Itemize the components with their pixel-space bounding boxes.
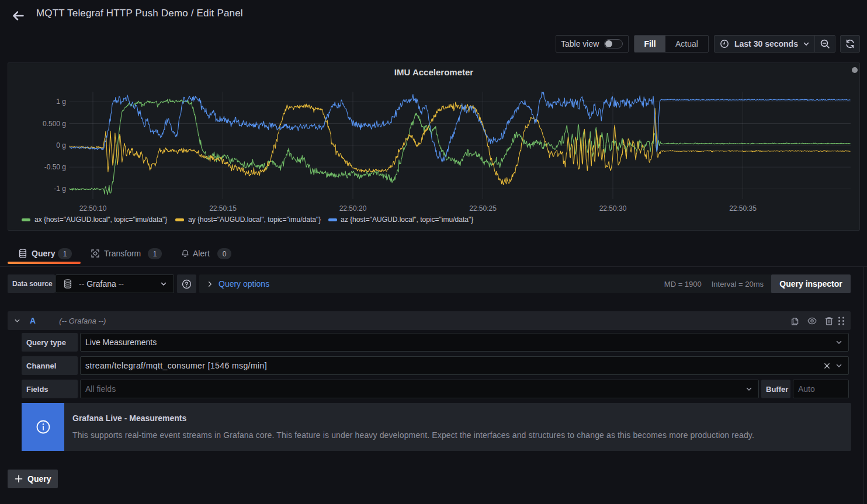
svg-text:22:50:20: 22:50:20 [339,204,367,213]
svg-text:1 g: 1 g [56,98,66,106]
svg-text:22:50:30: 22:50:30 [599,204,627,213]
svg-text:22:50:15: 22:50:15 [209,204,237,213]
svg-text:-0.50 g: -0.50 g [44,163,66,171]
svg-text:22:50:25: 22:50:25 [469,204,497,213]
svg-text:0 g: 0 g [56,141,66,150]
svg-text:-1 g: -1 g [54,185,66,193]
svg-text:22:50:35: 22:50:35 [729,204,757,213]
svg-text:0.500 g: 0.500 g [43,120,66,128]
svg-text:22:50:10: 22:50:10 [79,204,107,213]
